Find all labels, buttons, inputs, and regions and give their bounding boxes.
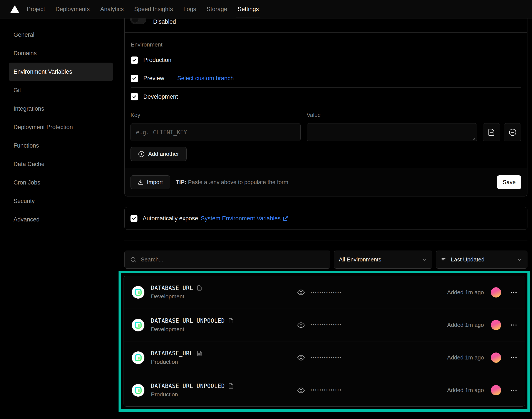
- env-var-row: DATABASE_URL Production ••••••••••••••: [124, 341, 525, 374]
- add-another-label: Add another: [148, 151, 179, 157]
- file-text-icon: [487, 129, 495, 136]
- import-label: Import: [147, 179, 163, 186]
- sidebar-item-general[interactable]: General: [9, 26, 113, 44]
- tab-analytics[interactable]: Analytics: [100, 0, 124, 18]
- toggle-label: Disabled: [153, 18, 176, 25]
- tip-label: TIP:: [176, 179, 186, 185]
- value-label: Value: [307, 112, 321, 118]
- tab-speed-insights[interactable]: Speed Insights: [134, 0, 173, 18]
- env-var-row: DATABASE_URL_UNPOOLED Production •••••••…: [124, 374, 525, 406]
- toggle-knob: [131, 18, 139, 23]
- value-input[interactable]: [307, 123, 477, 141]
- note-icon[interactable]: [228, 383, 234, 389]
- user-avatar: [491, 353, 501, 363]
- save-button[interactable]: Save: [497, 175, 521, 189]
- add-env-var-card: Disabled Environment Production: [124, 18, 527, 196]
- tab-storage[interactable]: Storage: [207, 0, 227, 18]
- system-env-vars-link[interactable]: System Environment Variables: [201, 215, 288, 222]
- added-timestamp: Added 1m ago: [447, 354, 484, 361]
- neon-integration-icon: [132, 286, 144, 299]
- env-var-meta: Added 1m ago: [447, 385, 517, 395]
- environment-filter-value: All Environments: [339, 256, 381, 263]
- note-icon[interactable]: [197, 285, 202, 291]
- main-content: Disabled Environment Production: [124, 18, 527, 412]
- masked-value: ••••••••••••••: [311, 355, 342, 360]
- eye-icon[interactable]: [297, 386, 305, 394]
- search-input[interactable]: [141, 256, 325, 263]
- top-nav: Project Deployments Analytics Speed Insi…: [0, 0, 532, 18]
- env-var-environment: Development: [151, 293, 202, 300]
- note-icon[interactable]: [197, 351, 202, 356]
- env-var-name: DATABASE_URL: [151, 285, 193, 291]
- development-checkbox[interactable]: [131, 93, 138, 100]
- expose-system-env-box: Automatically expose System Environment …: [124, 207, 527, 230]
- expose-checkbox[interactable]: [131, 215, 137, 222]
- development-label: Development: [143, 93, 178, 100]
- tab-project[interactable]: Project: [27, 0, 45, 18]
- env-var-environment: Development: [151, 326, 234, 333]
- highlight-annotation-frame: DATABASE_URL Development ••••••••••••••: [119, 271, 530, 412]
- row-menu-button[interactable]: [511, 290, 517, 295]
- resize-handle-icon[interactable]: [473, 138, 476, 140]
- sidebar-item-deployment-protection[interactable]: Deployment Protection: [9, 118, 113, 136]
- sidebar-item-security[interactable]: Security: [9, 192, 113, 210]
- download-icon: [138, 179, 144, 185]
- import-button[interactable]: Import: [131, 175, 170, 189]
- env-var-environment: Production: [151, 391, 234, 398]
- row-menu-button[interactable]: [511, 355, 517, 360]
- environment-variables-settings-page: Project Deployments Analytics Speed Insi…: [0, 0, 532, 419]
- external-link-icon: [283, 216, 288, 221]
- tab-deployments[interactable]: Deployments: [55, 0, 90, 18]
- sidebar-item-integrations[interactable]: Integrations: [9, 100, 113, 118]
- added-timestamp: Added 1m ago: [447, 289, 484, 296]
- key-input[interactable]: [131, 123, 300, 141]
- sidebar-item-functions[interactable]: Functions: [9, 136, 113, 155]
- sort-lines-icon: [441, 257, 447, 263]
- eye-icon[interactable]: [297, 354, 305, 362]
- eye-icon[interactable]: [297, 321, 305, 329]
- minus-circle-icon: [509, 129, 517, 136]
- sidebar-item-cron-jobs[interactable]: Cron Jobs: [9, 173, 113, 192]
- environment-filter-dropdown[interactable]: All Environments: [334, 250, 432, 269]
- env-vars-list: DATABASE_URL Development ••••••••••••••: [123, 276, 525, 407]
- paste-env-file-button[interactable]: [483, 123, 500, 141]
- tab-logs[interactable]: Logs: [183, 0, 196, 18]
- row-menu-button[interactable]: [511, 388, 517, 393]
- check-icon: [132, 76, 137, 81]
- environment-checkbox-rows: Production Preview Select custom branch: [131, 51, 521, 106]
- sidebar-item-environment-variables[interactable]: Environment Variables: [9, 63, 113, 81]
- expose-label: Automatically expose: [143, 215, 198, 222]
- key-value-section: Key Value: [125, 106, 527, 161]
- env-var-value-group: ••••••••••••••: [297, 354, 342, 362]
- vercel-logo-icon[interactable]: [10, 5, 19, 13]
- neon-integration-icon: [132, 384, 144, 397]
- tab-settings[interactable]: Settings: [237, 0, 259, 18]
- user-avatar: [491, 385, 501, 395]
- select-custom-branch-link[interactable]: Select custom branch: [177, 75, 234, 82]
- tip-body: Paste a .env above to populate the form: [188, 179, 288, 185]
- production-checkbox[interactable]: [131, 56, 138, 64]
- sort-dropdown[interactable]: Last Updated: [436, 250, 527, 269]
- note-icon[interactable]: [228, 318, 234, 324]
- sidebar-item-advanced[interactable]: Advanced: [9, 210, 113, 229]
- sidebar-item-domains[interactable]: Domains: [9, 44, 113, 63]
- disabled-toggle[interactable]: [130, 18, 146, 24]
- filters-row: All Environments Last Updated: [124, 250, 527, 269]
- env-var-meta: Added 1m ago: [447, 320, 517, 330]
- environment-section: Environment Production Preview Select cu: [125, 33, 527, 106]
- env-var-identity: DATABASE_URL Development: [151, 285, 202, 300]
- add-another-button[interactable]: Add another: [131, 147, 187, 161]
- env-var-value-group: ••••••••••••••: [297, 288, 342, 296]
- remove-row-button[interactable]: [504, 123, 521, 141]
- sidebar-item-data-cache[interactable]: Data Cache: [9, 155, 113, 173]
- preview-row: Preview Select custom branch: [131, 69, 521, 88]
- key-value-inputs: [131, 123, 521, 142]
- row-menu-button[interactable]: [511, 322, 517, 328]
- preview-checkbox[interactable]: [131, 75, 138, 82]
- settings-sidebar: General Domains Environment Variables Gi…: [9, 26, 113, 229]
- eye-icon[interactable]: [297, 288, 305, 296]
- sidebar-item-git[interactable]: Git: [9, 81, 113, 100]
- user-avatar: [491, 320, 501, 330]
- section-divider: [124, 241, 527, 241]
- production-label: Production: [143, 57, 171, 64]
